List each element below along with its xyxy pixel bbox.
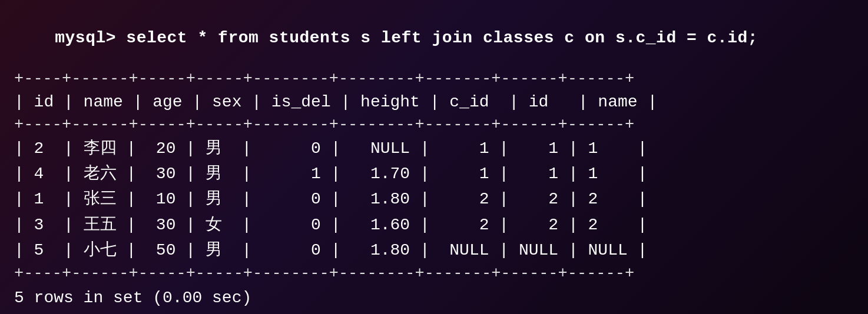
table-row: | 2 | 李四 | 20 | 男 | 0 | NULL | 1 | 1 | 1…	[14, 136, 854, 161]
table-row: | 5 | 小七 | 50 | 男 | 0 | 1.80 | NULL | NU…	[14, 238, 854, 263]
terminal-window: mysql> select * from students s left joi…	[14, 11, 854, 314]
table-header: | id | name | age | sex | is_del | heigh…	[14, 89, 854, 115]
status-line: 5 rows in set (0.00 sec)	[14, 289, 854, 307]
divider-top: +----+------+-----+-----+--------+------…	[14, 69, 854, 89]
table-row: | 3 | 王五 | 30 | 女 | 0 | 1.60 | 2 | 2 | 2…	[14, 212, 854, 238]
table-body: | 2 | 李四 | 20 | 男 | 0 | NULL | 1 | 1 | 1…	[14, 136, 854, 263]
query-text: select * from students s left join class…	[116, 29, 758, 47]
table-row: | 4 | 老六 | 30 | 男 | 1 | 1.70 | 1 | 1 | 1…	[14, 161, 854, 186]
divider-bottom: +----+------+-----+-----+--------+------…	[14, 263, 854, 284]
mysql-prompt-1: mysql>	[55, 29, 116, 47]
divider-header: +----+------+-----+-----+--------+------…	[14, 115, 854, 135]
table-row: | 1 | 张三 | 10 | 男 | 0 | 1.80 | 2 | 2 | 2…	[14, 186, 854, 212]
query-line: mysql> select * from students s left joi…	[14, 11, 854, 65]
